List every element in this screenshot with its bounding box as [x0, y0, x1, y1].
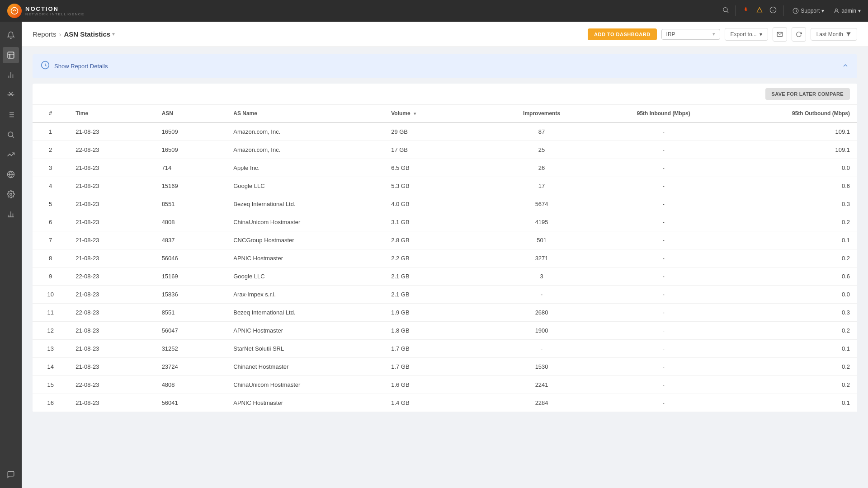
email-button[interactable] [773, 27, 787, 42]
sidebar-item-list[interactable] [3, 107, 19, 123]
sidebar-item-globe[interactable] [3, 166, 19, 183]
cell-95in: - [599, 376, 728, 394]
add-to-dashboard-button[interactable]: ADD TO DASHBOARD [588, 28, 657, 40]
cell-asn: 16509 [155, 141, 226, 159]
table-row: 4 21-08-23 15169 Google LLC 5.3 GB 17 - … [33, 177, 857, 195]
cell-asn: 4837 [155, 231, 226, 249]
cell-improvements: 26 [484, 159, 599, 177]
cell-improvements: 5674 [484, 195, 599, 213]
last-month-button[interactable]: Last Month [811, 28, 857, 41]
cell-num: 5 [33, 195, 68, 213]
col-header-asname: AS Name [226, 105, 384, 122]
sidebar-item-settings[interactable] [3, 186, 19, 202]
cell-95in: - [599, 122, 728, 141]
cell-improvements: 1900 [484, 322, 599, 340]
cell-time: 22-08-23 [68, 141, 154, 159]
svg-point-3 [793, 8, 798, 14]
logo-name: NOCTION [25, 5, 85, 12]
sidebar-item-search[interactable] [3, 127, 19, 143]
col-header-95in: 95th Inbound (Mbps) [599, 105, 728, 122]
table-row: 2 22-08-23 16509 Amazon.com, Inc. 17 GB … [33, 141, 857, 159]
sidebar-item-chat[interactable] [3, 466, 19, 483]
cell-95out: 0.1 [728, 394, 857, 412]
cell-95in: - [599, 213, 728, 231]
svg-point-16 [8, 132, 13, 137]
svg-point-1 [723, 8, 727, 12]
cell-num: 14 [33, 358, 68, 376]
cell-asname: Bezeq International Ltd. [226, 195, 384, 213]
cell-volume: 1.7 GB [384, 358, 484, 376]
cell-asn: 56047 [155, 322, 226, 340]
table-row: 5 21-08-23 8551 Bezeq International Ltd.… [33, 195, 857, 213]
cell-95in: - [599, 267, 728, 286]
cell-95in: - [599, 231, 728, 249]
breadcrumb-current-label: ASN Statistics [64, 30, 111, 38]
irp-selector[interactable]: IRP ▾ [661, 29, 720, 40]
cell-95out: 0.3 [728, 304, 857, 322]
sidebar-item-analytics[interactable] [3, 67, 19, 83]
cell-time: 22-08-23 [68, 304, 154, 322]
cell-95out: 0.0 [728, 286, 857, 304]
irp-chevron-icon: ▾ [712, 31, 715, 37]
save-compare-button[interactable]: SAVE FOR LATER COMPARE [765, 88, 850, 100]
cell-95in: - [599, 249, 728, 267]
table-toolbar: SAVE FOR LATER COMPARE [33, 84, 857, 105]
cell-95out: 0.3 [728, 195, 857, 213]
cell-asname: Chinanet Hostmaster [226, 358, 384, 376]
cell-asname: ChinaUnicom Hostmaster [226, 213, 384, 231]
cell-95out: 0.6 [728, 267, 857, 286]
cell-95in: - [599, 159, 728, 177]
sidebar-item-compare[interactable] [3, 206, 19, 222]
svg-point-19 [10, 193, 12, 196]
nav-divider-2 [783, 5, 783, 16]
cell-95out: 0.2 [728, 249, 857, 267]
cell-asn: 8551 [155, 195, 226, 213]
top-navigation: NOCTION NETWORK INTELLIGENCE Support ▾ [0, 0, 868, 22]
breadcrumb-reports[interactable]: Reports [33, 30, 57, 38]
breadcrumb-separator: › [59, 30, 61, 38]
cell-time: 21-08-23 [68, 340, 154, 358]
col-header-volume[interactable]: Volume ▾ [384, 105, 484, 122]
cell-95in: - [599, 340, 728, 358]
sidebar-item-trends[interactable] [3, 146, 19, 163]
cell-volume: 2.1 GB [384, 286, 484, 304]
table-row: 11 22-08-23 8551 Bezeq International Ltd… [33, 304, 857, 322]
support-chevron-icon: ▾ [821, 8, 824, 14]
cell-improvements: 1530 [484, 358, 599, 376]
refresh-button[interactable] [792, 27, 806, 42]
cell-asn: 31252 [155, 340, 226, 358]
table-row: 13 21-08-23 31252 StarNet Solutii SRL 1.… [33, 340, 857, 358]
info-circle-icon[interactable] [769, 6, 777, 15]
cell-num: 11 [33, 304, 68, 322]
header-actions: ADD TO DASHBOARD IRP ▾ Export to... ▾ [588, 27, 857, 42]
cell-asname: APNIC Hostmaster [226, 249, 384, 267]
cell-improvements: 501 [484, 231, 599, 249]
col-header-time: Time [68, 105, 154, 122]
support-button[interactable]: Support ▾ [793, 8, 824, 14]
warning-icon[interactable] [756, 6, 763, 15]
table-row: 14 21-08-23 23724 Chinanet Hostmaster 1.… [33, 358, 857, 376]
cell-asn: 56046 [155, 249, 226, 267]
cell-num: 9 [33, 267, 68, 286]
cell-asname: StarNet Solutii SRL [226, 340, 384, 358]
table-row: 6 21-08-23 4808 ChinaUnicom Hostmaster 3… [33, 213, 857, 231]
last-month-label: Last Month [816, 31, 843, 38]
export-button[interactable]: Export to... ▾ [725, 28, 768, 41]
svg-point-4 [835, 9, 838, 11]
search-nav-icon[interactable] [722, 6, 729, 15]
admin-button[interactable]: admin ▾ [833, 8, 861, 14]
fire-icon[interactable] [742, 6, 750, 15]
export-label: Export to... [731, 31, 757, 38]
sidebar-item-reports[interactable] [3, 47, 19, 63]
report-details-panel[interactable]: Show Report Details [33, 54, 857, 78]
cell-time: 21-08-23 [68, 213, 154, 231]
sidebar-item-routing[interactable] [3, 87, 19, 103]
cell-volume: 1.4 GB [384, 394, 484, 412]
collapse-icon[interactable] [842, 62, 849, 71]
top-nav-right: Support ▾ admin ▾ [722, 5, 861, 16]
table-row: 3 21-08-23 714 Apple Inc. 6.5 GB 26 - 0.… [33, 159, 857, 177]
sidebar-item-notifications[interactable] [3, 27, 19, 43]
cell-95out: 109.1 [728, 122, 857, 141]
export-chevron-icon: ▾ [760, 31, 762, 38]
cell-95in: - [599, 195, 728, 213]
